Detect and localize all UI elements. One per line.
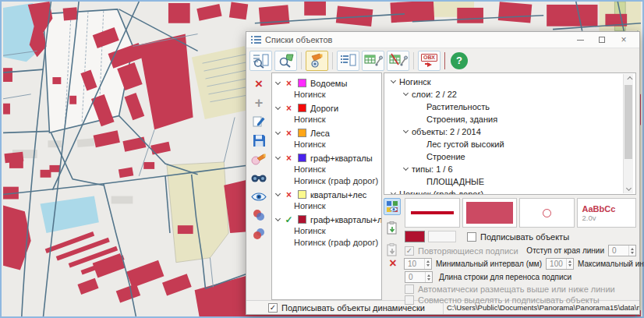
selection-tree[interactable]: Ногинск слои: 2 / 22 Растительность Стро… (384, 72, 636, 195)
tree-node-label: Строение (426, 152, 465, 161)
checkbox-icon[interactable] (467, 232, 476, 242)
edit-icon (252, 115, 266, 129)
layer-state-icon[interactable]: × (284, 78, 294, 89)
chevron-down-icon[interactable] (275, 104, 281, 109)
tree-scrollbar[interactable] (623, 74, 633, 193)
detach-table-button[interactable] (387, 51, 409, 71)
scrollbar-thumb[interactable] (625, 85, 632, 159)
maximize-button[interactable] (591, 33, 613, 48)
checkbox-icon[interactable]: ✓ (405, 246, 414, 256)
edge-offset-spinner[interactable]: 0 (608, 245, 636, 256)
dialog-titlebar[interactable]: Списки объектов × (246, 32, 639, 48)
layer-color-swatch[interactable] (298, 154, 306, 162)
point-style-preview[interactable] (519, 198, 575, 228)
layer-list-item[interactable]: × Леса (274, 126, 380, 140)
label-color-swatch[interactable] (405, 231, 425, 242)
search-by-area-button[interactable] (274, 51, 297, 71)
tree-node[interactable]: Строение (384, 150, 635, 163)
checkbox-icon[interactable] (405, 295, 414, 305)
label-objects-checkbox[interactable]: Подписывать объекты (467, 232, 569, 242)
spinner-value: 0 (405, 272, 425, 282)
layer-state-icon[interactable]: × (284, 189, 294, 200)
select-intersection-button[interactable] (249, 207, 268, 224)
chevron-down-icon[interactable] (275, 79, 281, 84)
label-font-box[interactable] (428, 231, 456, 242)
joint-select-checkbox[interactable]: Совместно выделять и подписывать объекты (405, 295, 600, 305)
layer-list-item[interactable]: × Водоемы (274, 76, 380, 90)
tree-node[interactable]: Ногинск (граф дорог) (384, 188, 635, 195)
spinner-arrows[interactable] (424, 259, 431, 269)
clear-intervals-button[interactable]: × (385, 258, 401, 269)
chevron-down-icon[interactable] (391, 78, 396, 83)
scroll-down-arrow[interactable] (624, 183, 634, 193)
tree-node[interactable]: ПЛОЩАДНЫЕ (384, 175, 635, 188)
wrap-length-spinner[interactable]: 0 (405, 271, 433, 283)
chevron-down-icon[interactable] (275, 190, 281, 196)
attach-table-button[interactable] (362, 51, 384, 71)
chevron-down-icon[interactable] (275, 215, 281, 221)
layer-color-swatch[interactable] (298, 215, 306, 224)
tree-node[interactable]: Растительность (384, 101, 635, 113)
scroll-up-arrow[interactable] (624, 74, 634, 84)
spinner-arrows[interactable] (628, 246, 635, 256)
edit-list-button[interactable] (249, 113, 268, 130)
layer-color-swatch[interactable] (298, 104, 306, 112)
tree-node[interactable]: объекты: 2 / 2014 (384, 125, 635, 138)
help-button[interactable]: ? (451, 52, 468, 69)
spinner-arrows[interactable] (425, 272, 432, 282)
search-in-list-button[interactable] (249, 51, 272, 71)
layer-state-icon[interactable]: × (284, 153, 294, 164)
tree-node[interactable]: Строения, здания (384, 113, 635, 125)
layer-list-item[interactable]: ✓ граф+кварталы+лес (274, 213, 380, 226)
layer-state-icon[interactable]: × (284, 103, 294, 114)
spinner-arrows[interactable] (566, 259, 573, 269)
minimize-button[interactable] (569, 33, 591, 48)
checkbox-icon[interactable] (405, 284, 414, 294)
chevron-down-icon[interactable] (403, 90, 409, 96)
dynamic-labels-checkbox[interactable]: ✓ Подписывать объекты динамически (268, 303, 425, 313)
checkbox-icon[interactable]: ✓ (268, 303, 278, 313)
list-composition-button[interactable] (337, 51, 359, 71)
tree-node[interactable]: Лес густой высокий (384, 138, 635, 150)
view-objects-button[interactable] (249, 188, 268, 205)
font-style-preview[interactable]: AaBbCc 2.0v (577, 198, 637, 228)
layer-state-icon[interactable]: × (284, 128, 294, 139)
style-previews: AaBbCc 2.0v (405, 198, 636, 228)
tree-node[interactable]: слои: 2 / 22 (384, 88, 635, 101)
highlight-selected-button[interactable] (249, 150, 268, 168)
layer-list-panel[interactable]: × Водоемы Ногинск × Дороги Ногинск × Лес… (271, 72, 382, 300)
layer-color-swatch[interactable] (298, 79, 306, 87)
chevron-down-icon[interactable] (391, 190, 396, 195)
save-list-button[interactable] (249, 132, 268, 149)
chevron-down-icon[interactable] (275, 154, 281, 159)
add-list-button[interactable]: + (249, 94, 268, 111)
close-button[interactable]: × (613, 33, 635, 48)
export-obx-button[interactable]: ОВХ (418, 51, 441, 71)
layer-color-swatch[interactable] (298, 129, 306, 137)
find-objects-button[interactable] (249, 169, 268, 186)
delete-list-button[interactable]: × (249, 76, 268, 93)
layer-list-item[interactable]: × граф+кварталы (274, 151, 380, 164)
highlight-objects-button[interactable] (306, 51, 328, 71)
layer-list-item[interactable]: × Дороги (274, 101, 380, 115)
chevron-down-icon[interactable] (403, 165, 409, 171)
repeating-labels-checkbox[interactable]: ✓ Повторяющиеся подписи (405, 246, 518, 256)
tree-node[interactable]: Ногинск (384, 76, 635, 88)
chevron-down-icon[interactable] (403, 128, 409, 133)
layer-color-swatch[interactable] (298, 190, 306, 199)
auto-place-checkbox[interactable]: Автоматически размещать выше или ниже ли… (405, 284, 615, 294)
fill-style-preview[interactable] (462, 198, 518, 228)
tree-node-label: Ногинск (граф дорог) (399, 189, 483, 195)
paste-style-button[interactable] (384, 220, 401, 237)
min-interval-spinner[interactable]: 10 (404, 258, 432, 270)
max-interval-spinner[interactable]: 100 (546, 258, 574, 270)
view-parameters-button[interactable] (384, 198, 401, 215)
tree-node[interactable]: типы: 1 / 6 (384, 163, 635, 175)
select-union-button[interactable] (249, 225, 268, 242)
layer-list-item[interactable]: × кварталы+лес (274, 188, 380, 201)
layer-state-icon[interactable]: ✓ (284, 214, 294, 225)
min-interval-label: Минимальный интервал (мм) (436, 260, 542, 268)
chevron-down-icon[interactable] (275, 129, 281, 134)
line-style-preview[interactable] (405, 198, 460, 228)
overlap-circles-icon (252, 209, 266, 221)
